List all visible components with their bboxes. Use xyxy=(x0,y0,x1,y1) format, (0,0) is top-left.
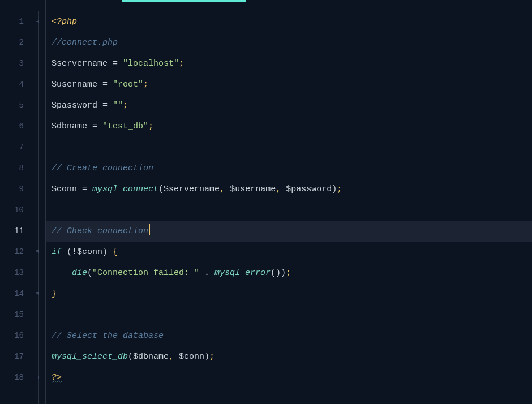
comma: , xyxy=(220,184,230,194)
paren: ) xyxy=(332,184,337,194)
paren: ()) xyxy=(271,268,286,278)
line-number[interactable]: 6 xyxy=(0,116,34,137)
line-number[interactable]: 15 xyxy=(0,304,34,325)
code-line[interactable]: $password = ""; xyxy=(52,95,532,116)
brace: { xyxy=(113,247,118,257)
line-number[interactable]: 10 xyxy=(0,200,34,221)
string-literal: "test_db" xyxy=(102,122,148,131)
comment: //connect.php xyxy=(52,38,118,48)
php-open-tag: <?php xyxy=(52,17,77,27)
code-editor[interactable]: 1 2 3 4 5 6 7 8 9 10 11 12 13 14 15 16 1… xyxy=(0,0,532,404)
variable: $dbname xyxy=(133,352,169,362)
variable: $password xyxy=(52,101,97,110)
variable: $servername xyxy=(52,59,108,68)
comma: , xyxy=(276,184,286,194)
code-line[interactable]: die("Connection failed: " . mysql_error(… xyxy=(52,263,532,283)
code-line[interactable]: <?php xyxy=(52,11,532,32)
line-number[interactable]: 1 xyxy=(0,11,34,32)
code-line[interactable]: // Select the database xyxy=(52,325,532,346)
operator: = xyxy=(87,122,102,131)
paren: ( xyxy=(62,247,72,257)
line-number[interactable]: 4 xyxy=(0,74,34,95)
code-line[interactable]: ?> xyxy=(52,367,532,388)
operator: = xyxy=(77,184,92,194)
line-number[interactable]: 5 xyxy=(0,95,34,116)
paren: ( xyxy=(128,352,133,362)
operator: = xyxy=(97,80,113,89)
fold-open-icon[interactable]: ⊟ xyxy=(36,242,40,263)
comma: , xyxy=(169,352,179,362)
code-line-empty[interactable] xyxy=(52,137,532,158)
semicolon: ; xyxy=(179,59,184,68)
line-number[interactable]: 2 xyxy=(0,32,34,53)
code-line-empty[interactable] xyxy=(52,304,532,325)
line-number[interactable]: 18 xyxy=(0,367,34,388)
string-literal: "root" xyxy=(113,80,143,89)
function-call: mysql_select_db xyxy=(52,352,128,362)
comment: // Select the database xyxy=(52,331,164,341)
variable: $conn xyxy=(77,247,102,257)
paren: ( xyxy=(87,268,92,278)
function-call: die xyxy=(72,268,87,278)
semicolon: ; xyxy=(337,184,342,194)
line-number-active[interactable]: 11 xyxy=(0,221,34,242)
line-number[interactable]: 12 xyxy=(0,242,34,263)
php-close-tag: ?> xyxy=(52,373,62,382)
code-line[interactable]: $username = "root"; xyxy=(52,74,532,95)
variable: $dbname xyxy=(52,122,87,131)
fold-guide-line xyxy=(38,11,39,404)
not-operator: ! xyxy=(72,247,77,257)
variable: $username xyxy=(230,184,276,194)
text-cursor xyxy=(149,224,150,235)
code-line[interactable]: } xyxy=(52,283,532,304)
variable: $username xyxy=(52,80,97,89)
code-line[interactable]: if (!$conn) { xyxy=(52,242,532,263)
code-line[interactable]: $dbname = "test_db"; xyxy=(52,116,532,137)
operator: = xyxy=(97,101,113,110)
operator: = xyxy=(108,59,123,68)
paren: ) xyxy=(204,352,209,362)
fold-open-icon[interactable]: ⊟ xyxy=(36,11,40,32)
fold-close-icon[interactable]: ⊟ xyxy=(36,283,40,304)
fold-gutter[interactable]: ⊟ ⊟ ⊟ ⊟ xyxy=(34,0,45,404)
line-number[interactable]: 7 xyxy=(0,137,34,158)
line-number-gutter[interactable]: 1 2 3 4 5 6 7 8 9 10 11 12 13 14 15 16 1… xyxy=(0,0,34,404)
line-number[interactable]: 3 xyxy=(0,53,34,74)
line-number[interactable]: 13 xyxy=(0,263,34,283)
keyword: if xyxy=(52,247,62,257)
semicolon: ; xyxy=(209,352,214,362)
code-line-empty[interactable] xyxy=(52,200,532,221)
string-literal: "localhost" xyxy=(123,59,179,68)
comment: // Create connection xyxy=(52,164,153,173)
variable: $conn xyxy=(52,184,77,194)
code-line[interactable]: //connect.php xyxy=(52,32,532,53)
semicolon: ; xyxy=(148,122,153,131)
string-literal: "" xyxy=(113,101,123,110)
variable: $conn xyxy=(179,352,204,362)
code-content-area[interactable]: <?php //connect.php $servername = "local… xyxy=(46,0,532,404)
semicolon: ; xyxy=(143,80,148,89)
variable: $password xyxy=(286,184,332,194)
brace: } xyxy=(52,289,57,299)
code-line[interactable]: $conn = mysql_connect($servername, $user… xyxy=(52,179,532,200)
semicolon: ; xyxy=(123,101,128,110)
function-call: mysql_connect xyxy=(92,184,158,194)
concat-operator: . xyxy=(199,268,214,278)
function-call: mysql_error xyxy=(214,268,271,278)
code-line[interactable]: mysql_select_db($dbname, $conn); xyxy=(52,346,532,367)
line-number[interactable]: 8 xyxy=(0,158,34,179)
paren: ) xyxy=(102,247,113,257)
code-line[interactable]: $servername = "localhost"; xyxy=(52,53,532,74)
fold-close-icon[interactable]: ⊟ xyxy=(36,367,40,388)
line-number[interactable]: 17 xyxy=(0,346,34,367)
paren: ( xyxy=(158,184,164,194)
line-number[interactable]: 14 xyxy=(0,283,34,304)
line-number[interactable]: 9 xyxy=(0,179,34,200)
string-literal: "Connection failed: " xyxy=(92,268,199,278)
line-number[interactable]: 16 xyxy=(0,325,34,346)
comment: // Check connection xyxy=(52,226,148,236)
semicolon: ; xyxy=(286,268,291,278)
code-line[interactable]: // Create connection xyxy=(52,158,532,179)
variable: $servername xyxy=(164,184,220,194)
code-line-active[interactable]: // Check connection xyxy=(52,221,532,242)
